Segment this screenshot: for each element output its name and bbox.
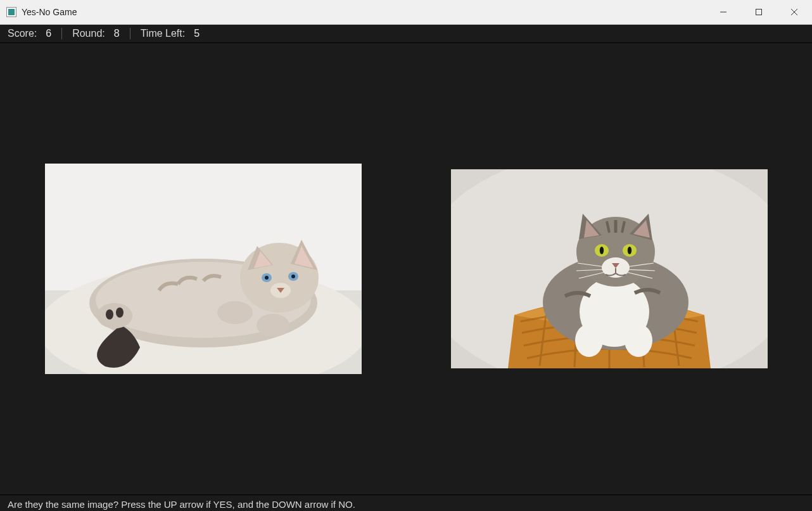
svg-point-37 [625,324,652,357]
separator [130,28,130,39]
window-controls [706,0,812,24]
separator [61,28,62,39]
left-image [45,164,362,374]
score-label: Score: [8,28,37,39]
svg-line-4 [791,9,797,15]
right-image [451,169,768,368]
time-left-label: Time Left: [141,28,186,39]
time-left-value: 5 [194,28,200,39]
svg-point-23 [257,314,289,337]
instruction-text: Are they the same image? Press the UP ar… [8,499,355,510]
round-label: Round: [72,28,105,39]
status-bar: Score: 6 Round: 8 Time Left: 5 [0,25,812,43]
score-group: Score: 6 [8,28,51,39]
svg-rect-1 [8,9,15,15]
svg-point-22 [217,301,253,324]
score-value: 6 [46,28,51,39]
minimize-button[interactable] [706,0,741,24]
left-image-slot [45,164,362,374]
svg-line-5 [791,9,797,15]
game-area [0,43,812,495]
svg-point-24 [97,303,132,328]
svg-point-36 [575,324,603,357]
svg-point-45 [599,247,603,254]
round-group: Round: 8 [72,28,120,39]
svg-point-26 [116,307,124,318]
round-value: 8 [114,28,120,39]
window-title: Yes-No Game [22,7,77,17]
svg-point-46 [627,247,631,254]
instruction-bar: Are they the same image? Press the UP ar… [0,495,812,511]
maximize-button[interactable] [741,0,777,24]
svg-rect-3 [756,10,762,15]
window-titlebar: Yes-No Game [0,0,812,25]
time-group: Time Left: 5 [141,28,200,39]
titlebar-left: Yes-No Game [0,7,77,17]
app-icon [6,7,16,17]
close-button[interactable] [777,0,812,24]
svg-point-25 [106,309,113,320]
svg-point-18 [265,276,269,280]
right-image-slot [451,169,768,368]
svg-point-19 [291,275,295,278]
